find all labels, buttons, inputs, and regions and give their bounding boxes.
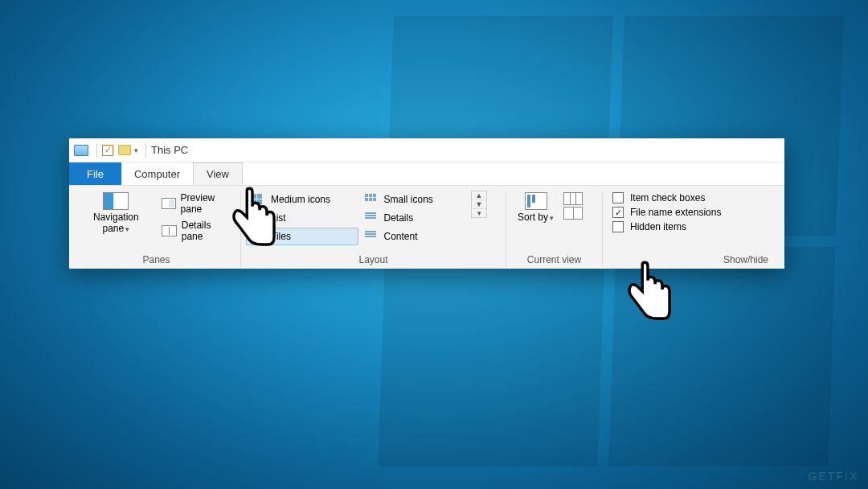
- gallery-more-icon[interactable]: ▾: [472, 209, 486, 217]
- watermark: GETFIX: [808, 470, 858, 483]
- group-layout: Medium icons Small icons List Details: [241, 191, 506, 267]
- qat-properties-icon[interactable]: [102, 145, 113, 156]
- file-name-extensions-checkbox[interactable]: File name extensions: [612, 207, 721, 218]
- group-current-view: Sort by Current view: [506, 191, 603, 267]
- layout-list[interactable]: List: [246, 209, 358, 227]
- tiles-icon: [252, 231, 266, 242]
- hidden-items-checkbox[interactable]: Hidden items: [612, 221, 721, 232]
- titlebar: ▾ This PC: [69, 138, 784, 162]
- layout-gallery: Medium icons Small icons List Details: [246, 191, 471, 245]
- group-label-layout: Layout: [246, 253, 501, 267]
- layout-gallery-scroll: ▲ ▼ ▾: [471, 191, 487, 218]
- layout-details[interactable]: Details: [359, 209, 472, 227]
- group-panes: Navigation pane Preview pane Details pan…: [72, 191, 241, 267]
- group-label-current-view: Current view: [511, 253, 597, 267]
- group-label-panes: Panes: [77, 253, 235, 267]
- layout-content[interactable]: Content: [359, 228, 472, 245]
- tab-computer[interactable]: Computer: [121, 162, 193, 185]
- navigation-pane-icon: [103, 192, 129, 210]
- layout-small-icons[interactable]: Small icons: [359, 191, 472, 208]
- checkbox-checked-icon: [612, 207, 624, 218]
- group-show-hide: Item check boxes File name extensions Hi…: [603, 191, 781, 267]
- separator: [145, 143, 146, 158]
- layout-medium-icons[interactable]: Medium icons: [246, 191, 358, 208]
- group-label-show-hide: Show/hide: [608, 253, 776, 267]
- size-columns-button[interactable]: [563, 207, 583, 220]
- content-icon: [365, 231, 379, 242]
- gallery-down-icon[interactable]: ▼: [472, 200, 486, 209]
- list-icon: [252, 212, 266, 224]
- this-pc-icon: [74, 145, 88, 156]
- sort-by-button[interactable]: Sort by: [511, 191, 560, 224]
- sort-by-icon: [525, 192, 547, 210]
- layout-tiles[interactable]: Tiles: [246, 228, 358, 245]
- gallery-up-icon[interactable]: ▲: [472, 191, 486, 200]
- tab-file[interactable]: File: [69, 162, 121, 185]
- explorer-window: ▾ This PC File Computer View Navigation …: [69, 138, 784, 269]
- navigation-pane-button[interactable]: Navigation pane: [77, 191, 155, 236]
- checkbox-icon: [612, 221, 624, 232]
- preview-pane-button[interactable]: Preview pane: [158, 191, 235, 216]
- tab-view[interactable]: View: [193, 162, 243, 185]
- qat-newfolder-icon[interactable]: [118, 145, 131, 155]
- preview-pane-icon: [162, 198, 176, 209]
- ribbon: Navigation pane Preview pane Details pan…: [69, 185, 784, 269]
- medium-icons-icon: [252, 194, 266, 205]
- details-pane-button[interactable]: Details pane: [158, 218, 235, 244]
- separator: [96, 143, 97, 158]
- qat-dropdown-icon[interactable]: ▾: [131, 145, 141, 156]
- details-icon: [365, 212, 379, 224]
- ribbon-tabs: File Computer View: [69, 162, 784, 185]
- window-title: This PC: [151, 144, 188, 156]
- small-icons-icon: [365, 194, 379, 205]
- checkbox-icon: [612, 192, 624, 203]
- add-columns-button[interactable]: [563, 192, 583, 205]
- item-check-boxes-checkbox[interactable]: Item check boxes: [612, 192, 721, 203]
- details-pane-icon: [162, 225, 177, 236]
